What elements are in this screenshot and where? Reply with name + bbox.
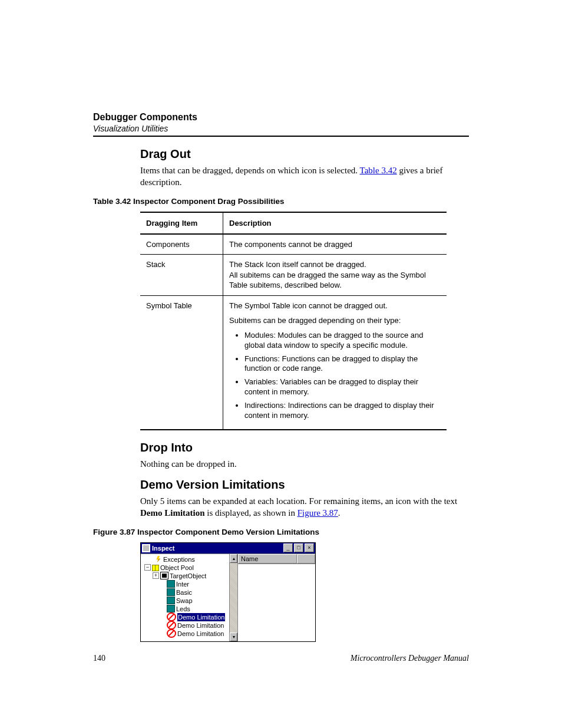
cell-desc: The Symbol Table icon cannot be dragged … xyxy=(223,295,447,430)
list-item: Modules: Modules can be dragged to the s… xyxy=(244,331,441,351)
prohibited-icon xyxy=(167,621,176,630)
col-name-header[interactable]: Name xyxy=(238,554,297,564)
drag-out-paragraph: Items that can be dragged, depends on wh… xyxy=(140,164,469,189)
cell-item: Components xyxy=(140,234,223,255)
object-icon xyxy=(167,605,175,612)
list-pane[interactable]: Name xyxy=(238,554,315,641)
cell-desc: The components cannot be dragged xyxy=(223,234,447,255)
text-segment: Items that can be dragged, depends on wh… xyxy=(140,166,360,175)
text-segment: . xyxy=(338,508,340,518)
minimize-button[interactable]: _ xyxy=(283,543,293,552)
tree-label: Demo Limitation xyxy=(177,630,224,638)
tree-label: Swap xyxy=(176,597,193,605)
text-line: The Symbol Table icon cannot be dragged … xyxy=(229,301,441,311)
text-segment: Only 5 items can be expanded at each loc… xyxy=(140,496,457,506)
object-icon xyxy=(167,580,175,588)
figure-387-caption: Figure 3.87 Inspector Component Demo Ver… xyxy=(93,528,469,536)
demo-limitation-bold: Demo Limitation xyxy=(140,508,205,518)
titlebar[interactable]: Inspect _ □ × xyxy=(141,543,315,554)
col-description: Description xyxy=(223,212,447,234)
tree-node-demo-limitation[interactable]: Demo Limitation xyxy=(143,630,232,638)
inspect-window-figure: Inspect _ □ × Exceptions −Object Pool +T… xyxy=(140,542,316,642)
tree-node-swap[interactable]: Swap xyxy=(143,597,232,605)
tree-node-demo-limitation[interactable]: Demo Limitation xyxy=(143,613,232,621)
demo-limitations-heading: Demo Version Limitations xyxy=(140,478,469,492)
expand-icon[interactable]: + xyxy=(153,572,159,579)
tree-node-leds[interactable]: Leds xyxy=(143,605,232,613)
header-rule xyxy=(93,136,469,137)
tree-node-object-pool[interactable]: −Object Pool xyxy=(143,564,232,572)
tree-pane[interactable]: Exceptions −Object Pool +TargetObject In… xyxy=(141,554,238,641)
cell-desc: The Stack Icon itself cannot be dragged.… xyxy=(223,255,447,296)
client-area: Exceptions −Object Pool +TargetObject In… xyxy=(141,554,315,641)
table-342-link[interactable]: Table 3.42 xyxy=(360,166,397,175)
maximize-button[interactable]: □ xyxy=(294,543,303,552)
prohibited-icon xyxy=(167,629,176,638)
table-342-caption: Table 3.42 Inspector Component Drag Poss… xyxy=(93,197,469,206)
tree-label: Inter xyxy=(176,580,189,588)
object-icon xyxy=(167,597,175,604)
prohibited-icon xyxy=(167,612,176,621)
tree-label: Object Pool xyxy=(160,564,194,572)
scroll-track[interactable] xyxy=(230,563,237,633)
vertical-scrollbar[interactable]: ▴ ▾ xyxy=(229,554,237,641)
object-pool-icon xyxy=(152,564,159,571)
list-item: Functions: Functions can be dragged to d… xyxy=(244,354,441,374)
tree-label: TargetObject xyxy=(170,572,206,580)
cell-item: Stack xyxy=(140,255,223,296)
tree-label: Basic xyxy=(176,588,192,597)
tree-node-inter[interactable]: Inter xyxy=(143,580,232,588)
drop-into-heading: Drop Into xyxy=(140,441,469,454)
table-row: Components The components cannot be drag… xyxy=(140,234,447,255)
page-footer: 140 Microcontrollers Debugger Manual xyxy=(93,654,469,663)
tree-label: Leds xyxy=(176,605,190,613)
list-item: Indirections: Indirections can be dragge… xyxy=(244,401,441,421)
bolt-icon xyxy=(155,556,162,562)
tree-label: Exceptions xyxy=(163,555,195,564)
list-header: Name xyxy=(238,554,315,564)
chip-icon xyxy=(160,572,168,579)
collapse-icon[interactable]: − xyxy=(144,564,151,571)
subitem-list: Modules: Modules can be dragged to the s… xyxy=(229,331,441,421)
table-row: Symbol Table The Symbol Table icon canno… xyxy=(140,295,447,430)
window-title: Inspect xyxy=(152,545,282,552)
drag-out-heading: Drag Out xyxy=(140,147,469,161)
manual-name: Microcontrollers Debugger Manual xyxy=(351,654,469,663)
demo-limitations-paragraph: Only 5 items can be expanded at each loc… xyxy=(140,495,469,519)
scroll-down-button[interactable]: ▾ xyxy=(230,633,237,641)
page-number: 140 xyxy=(93,654,105,663)
inspector-drag-table: Dragging Item Description Components The… xyxy=(140,212,447,430)
table-row: Stack The Stack Icon itself cannot be dr… xyxy=(140,255,447,296)
header-subtitle: Visualization Utilities xyxy=(93,124,469,133)
text-segment: is displayed, as shown in xyxy=(205,508,297,518)
tree-node-demo-limitation[interactable]: Demo Limitation xyxy=(143,621,232,630)
scroll-up-button[interactable]: ▴ xyxy=(230,554,237,563)
drop-into-paragraph: Nothing can be dropped in. xyxy=(140,458,469,470)
col-empty-header[interactable] xyxy=(297,554,315,564)
col-dragging-item: Dragging Item xyxy=(140,212,223,234)
page-header: Debugger Components Visualization Utilit… xyxy=(93,112,469,137)
tree-node-exceptions[interactable]: Exceptions xyxy=(143,555,232,564)
tree-label-selected: Demo Limitation xyxy=(177,613,225,621)
cell-item: Symbol Table xyxy=(140,295,223,430)
tree-label: Demo Limitation xyxy=(177,621,224,630)
text-line: Subitems can be dragged depending on the… xyxy=(229,315,441,326)
list-item: Variables: Variables can be dragged to d… xyxy=(244,377,441,397)
window-icon xyxy=(142,544,150,552)
figure-387-link[interactable]: Figure 3.87 xyxy=(297,508,338,518)
tree-node-target-object[interactable]: +TargetObject xyxy=(143,572,232,580)
object-icon xyxy=(167,588,175,596)
tree-node-basic[interactable]: Basic xyxy=(143,588,232,597)
header-title: Debugger Components xyxy=(93,112,469,123)
close-button[interactable]: × xyxy=(305,543,314,552)
